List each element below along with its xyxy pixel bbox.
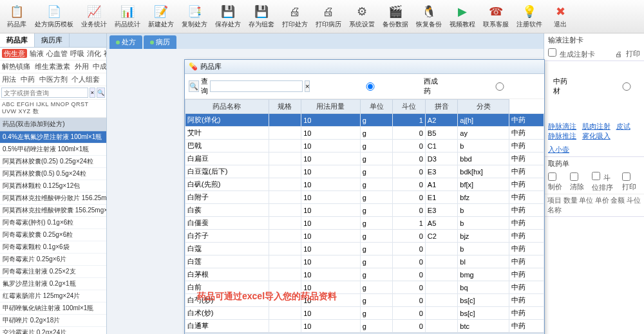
radio-1[interactable]: 中药材 bbox=[448, 77, 572, 96]
table-row[interactable]: 白茅根10g0bmg中药 bbox=[185, 268, 544, 281]
drug-list[interactable]: 0.4%左氧氟沙星注射液 100ml×1瓶0.5%甲硝唑注射液 100ml×1瓶… bbox=[0, 131, 106, 334]
table-row[interactable]: 白僵蚕10g1A5b中药 bbox=[185, 217, 544, 230]
table-row[interactable]: 白蔻10g0b中药 bbox=[185, 243, 544, 255]
gen-inj-checkbox[interactable]: 生成注射卡 bbox=[548, 48, 595, 59]
toolbar-item-14[interactable]: ☎联系客服 bbox=[479, 1, 513, 32]
left-tab-caselib[interactable]: 病历库 bbox=[35, 33, 70, 47]
drug-item[interactable]: 阿莫西林克拉维酸钾分散片 156.25mg×18片 bbox=[0, 192, 106, 205]
table-row[interactable]: 白豆蔻(后下)10g0E3bdk[hx]中药 bbox=[185, 165, 544, 178]
clear-search-button[interactable]: × bbox=[305, 80, 310, 92]
table-row[interactable]: 巴戟10g0C1b中药 bbox=[185, 140, 544, 153]
alphabet-filter[interactable]: ABC EFGH IJKL MNOP QRST UVW XYZ 数 bbox=[0, 100, 106, 118]
radio-2[interactable]: 收费项目 bbox=[577, 77, 644, 96]
toolbar-item-11[interactable]: 🎬备份数据 bbox=[379, 1, 412, 32]
toolbar-item-1[interactable]: 📄处方病历模板 bbox=[31, 1, 77, 32]
toolbar-item-9[interactable]: 🖨打印病历 bbox=[312, 1, 345, 32]
toolbar-item-16[interactable]: ✖退出 bbox=[546, 1, 574, 32]
drug-item[interactable]: 0.4%左氧氟沙星注射液 100ml×1瓶 bbox=[0, 131, 106, 144]
center-tab-0[interactable]: 处方 bbox=[109, 35, 142, 49]
drug-item[interactable]: 阿奇霉素片 0.25g×6片 bbox=[0, 254, 106, 266]
table-row[interactable]: 白莲10g0bl中药 bbox=[185, 255, 544, 268]
print-label[interactable]: 打印 bbox=[626, 49, 640, 59]
filter-link[interactable]: 维生素激素 bbox=[35, 62, 70, 70]
print-icon[interactable]: 🖨 bbox=[615, 50, 622, 58]
center-tab-1[interactable]: 病历 bbox=[144, 35, 176, 49]
toolbar-item-0[interactable]: 📋药品库 bbox=[3, 1, 31, 32]
link-goin[interactable]: 入小壶 bbox=[548, 145, 569, 153]
table-row[interactable]: 艾叶10g0B5ay中药 bbox=[185, 127, 544, 140]
filter-link[interactable]: 消化 bbox=[87, 50, 101, 57]
inj-link[interactable]: 静脉滴注 bbox=[548, 122, 576, 130]
drug-item[interactable]: 甲硝唑片 0.2g×18片 bbox=[0, 315, 106, 327]
toolbar-item-4[interactable]: 📝新建处方 bbox=[144, 1, 178, 32]
filter-link[interactable]: 神经 bbox=[104, 50, 106, 57]
inj-link[interactable]: 肌肉注射 bbox=[582, 122, 611, 130]
filter-link[interactable]: 外用 bbox=[75, 62, 89, 70]
table-row[interactable]: 白扁豆10g0D3bbd中药 bbox=[185, 153, 544, 165]
filter-link[interactable]: 中成药 bbox=[93, 62, 106, 70]
drug-item[interactable]: 阿奇霉素胶囊 0.25g×6粒 bbox=[0, 229, 106, 241]
table-row[interactable]: 白蒺10g0E3b中药 bbox=[185, 204, 544, 217]
filter-link[interactable]: 呼吸 bbox=[70, 50, 84, 57]
toolbar-item-15[interactable]: 💡注册软件 bbox=[513, 1, 546, 32]
left-tab-druglib[interactable]: 药品库 bbox=[0, 33, 35, 47]
search-icon[interactable]: 🔍 bbox=[189, 80, 199, 92]
table-row[interactable]: 阿胶(烊化)10g1A2aj[h]中药 bbox=[185, 114, 544, 127]
search-clear-button[interactable]: × bbox=[90, 88, 95, 98]
toolbar-item-7[interactable]: 💾存为组套 bbox=[245, 1, 278, 32]
inj-link[interactable]: 雾化吸入 bbox=[582, 132, 611, 140]
toolbar-item-6[interactable]: 💾保存处方 bbox=[211, 1, 245, 32]
filter-link[interactable]: 中药 bbox=[21, 75, 35, 83]
table-row[interactable]: 白附子10g0E1bfz中药 bbox=[185, 191, 544, 204]
drug-search-input[interactable] bbox=[1, 88, 88, 98]
toolbar-item-2[interactable]: 📈业务统计 bbox=[77, 1, 111, 32]
toolbar-item-8[interactable]: 🖨打印处方 bbox=[278, 1, 312, 32]
table-row[interactable]: 白芥子10g0C2bjz中药 bbox=[185, 230, 544, 243]
drug-item[interactable]: 阿莫西林克拉维酸钾胶囊 156.25mg×10粒 bbox=[0, 205, 106, 217]
drug-item[interactable]: 阿莫西林胶囊(0.25) 0.25g×24粒 bbox=[0, 156, 106, 168]
toolbar-item-12[interactable]: 🐧恢复备份 bbox=[412, 1, 446, 32]
toolbar-item-3[interactable]: 📊药品统计 bbox=[111, 1, 144, 32]
search-go-button[interactable]: 🔍 bbox=[97, 88, 105, 98]
toolbar-item-10[interactable]: ⚙系统设置 bbox=[345, 1, 379, 32]
drug-item[interactable]: 氟罗沙星注射液 0.2g×1瓶 bbox=[0, 278, 106, 290]
drug-item[interactable]: 阿奇霉素注射液 0.25×2支 bbox=[0, 266, 106, 278]
table-row[interactable]: 白通草10g0btc中药 bbox=[185, 320, 544, 333]
inj-link[interactable]: 皮试 bbox=[616, 122, 630, 130]
col-header[interactable]: 药品名称 bbox=[185, 100, 269, 114]
filter-link[interactable]: 心血管 bbox=[46, 50, 68, 57]
toolbar-icon-16: ✖ bbox=[553, 4, 568, 19]
filter-link[interactable]: 解热镇痛 bbox=[2, 62, 30, 70]
filter-link[interactable]: 用法 bbox=[2, 75, 16, 83]
table-row[interactable]: 白术(炒)10g0bs[c]中药 bbox=[185, 307, 544, 320]
col-header[interactable]: 分类 bbox=[458, 100, 509, 114]
drug-item[interactable]: 阿奇霉素(肿剂) 0.1g×6粒 bbox=[0, 217, 106, 229]
col-header[interactable]: 单位 bbox=[360, 100, 393, 114]
hot-tag[interactable]: 伤生意 bbox=[2, 49, 27, 58]
toolbar-label-6: 保存处方 bbox=[215, 20, 241, 29]
drug-item[interactable]: 甲硝唑氯化钠注射液 100ml×1瓶 bbox=[0, 302, 106, 315]
drug-item[interactable]: 交沙霉素片 0.2g×24片 bbox=[0, 327, 106, 334]
take-opt-0[interactable]: 制价 bbox=[548, 172, 562, 192]
drug-item[interactable]: 阿莫西林颗粒 0.125g×12包 bbox=[0, 180, 106, 192]
col-header[interactable]: 斗位 bbox=[393, 100, 426, 114]
filter-link[interactable]: 中医方剂 bbox=[39, 75, 68, 83]
drug-item[interactable]: 红霉素肠溶片 125mg×24片 bbox=[0, 290, 106, 302]
table-row[interactable]: 白矾(先煎)10g0A1bf[x]中药 bbox=[185, 178, 544, 191]
filter-link[interactable]: 输液 bbox=[30, 50, 44, 57]
take-opt-2[interactable]: 斗位排序 bbox=[592, 172, 614, 192]
take-opt-3[interactable]: 打印 bbox=[622, 172, 636, 192]
toolbar-item-13[interactable]: ▶视频教程 bbox=[446, 1, 479, 32]
drug-item[interactable]: 阿莫西林胶囊(0.5) 0.5g×24粒 bbox=[0, 168, 106, 180]
drug-item[interactable]: 0.5%甲硝唑注射液 100ml×1瓶 bbox=[0, 144, 106, 156]
dialog-search-input[interactable] bbox=[210, 80, 303, 92]
take-opt-1[interactable]: 清除 bbox=[570, 172, 584, 192]
radio-0[interactable]: 西成药 bbox=[318, 77, 442, 96]
filter-link[interactable]: 个人组套 bbox=[71, 75, 100, 83]
col-header[interactable]: 用法用量 bbox=[301, 100, 361, 114]
toolbar-item-5[interactable]: 📑复制处方 bbox=[178, 1, 211, 32]
drug-item[interactable]: 阿奇霉素颗粒 0.1g×6袋 bbox=[0, 241, 106, 254]
col-header[interactable]: 拼音 bbox=[425, 100, 458, 114]
inj-link[interactable]: 静脉推注 bbox=[548, 132, 576, 140]
col-header[interactable]: 规格 bbox=[269, 100, 301, 114]
